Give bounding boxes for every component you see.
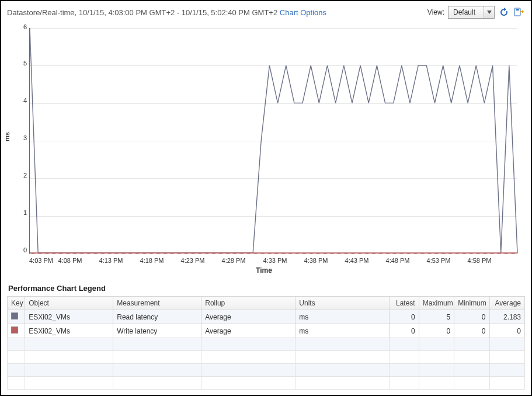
x-tick: 4:43 PM — [345, 257, 369, 264]
plot-area — [29, 28, 517, 253]
col-latest[interactable]: Latest — [390, 297, 419, 310]
chart-lines — [30, 28, 517, 253]
table-row[interactable]: ESXi02_VMsRead latencyAveragems0502.183 — [8, 310, 525, 324]
cell-measurement: Read latency — [113, 310, 201, 324]
y-tick: 6 — [16, 23, 27, 30]
title-block: Datastore/Real-time, 10/1/15, 4:03:00 PM… — [7, 8, 326, 17]
performance-chart-panel: Datastore/Real-time, 10/1/15, 4:03:00 PM… — [0, 0, 532, 396]
table-row[interactable]: ESXi02_VMsWrite latencyAveragems0000 — [8, 324, 525, 338]
cell-rollup: Average — [201, 310, 295, 324]
x-tick: 4:58 PM — [468, 257, 492, 264]
cell-object: ESXi02_VMs — [25, 310, 113, 324]
col-object[interactable]: Object — [25, 297, 113, 310]
y-tick: 5 — [16, 60, 27, 67]
chart-options-link[interactable]: Chart Options — [280, 8, 326, 17]
cell-latest: 0 — [390, 310, 419, 324]
cell-minimum: 0 — [454, 324, 489, 338]
col-key[interactable]: Key — [8, 297, 25, 310]
x-tick: 4:18 PM — [140, 257, 164, 264]
zero-line — [29, 253, 517, 254]
y-tick: 4 — [16, 97, 27, 104]
y-tick: 0 — [16, 246, 27, 253]
cell-minimum: 0 — [454, 310, 489, 324]
x-tick: 4:48 PM — [386, 257, 410, 264]
cell-maximum: 5 — [419, 310, 454, 324]
col-units[interactable]: Units — [295, 297, 390, 310]
y-axis-label: ms — [4, 132, 11, 141]
cell-average: 2.183 — [489, 310, 524, 324]
cell-units: ms — [295, 310, 390, 324]
view-select[interactable]: Default — [448, 6, 495, 19]
cell-units: ms — [295, 324, 390, 338]
view-label: View: — [427, 8, 444, 16]
legend-swatch — [8, 310, 25, 324]
cell-object: ESXi02_VMs — [25, 324, 113, 338]
refresh-icon[interactable] — [498, 6, 510, 18]
legend-title: Performance Chart Legend — [8, 284, 525, 293]
cell-latest: 0 — [390, 324, 419, 338]
view-select-value: Default — [448, 6, 484, 18]
chevron-down-icon — [484, 6, 494, 18]
table-row — [8, 338, 525, 351]
y-tick: 2 — [16, 172, 27, 179]
cell-average: 0 — [489, 324, 524, 338]
col-maximum[interactable]: Maximum — [419, 297, 454, 310]
x-tick: 4:38 PM — [304, 257, 328, 264]
table-row — [8, 377, 525, 390]
legend-swatch — [8, 324, 25, 338]
col-average[interactable]: Average — [489, 297, 524, 310]
header-row: Datastore/Real-time, 10/1/15, 4:03:00 PM… — [7, 5, 525, 22]
cell-rollup: Average — [201, 324, 295, 338]
view-controls: View: Default — [427, 6, 525, 19]
chart-area: ms 0 1 2 3 4 5 6 4:03 PM 4:08 PM 4:13 PM… — [7, 25, 521, 276]
svg-rect-2 — [516, 11, 519, 11]
export-icon[interactable] — [513, 6, 525, 18]
x-tick: 4:23 PM — [181, 257, 205, 264]
chart-title: Datastore/Real-time, 10/1/15, 4:03:00 PM… — [7, 8, 277, 17]
y-tick: 3 — [16, 134, 27, 141]
legend-table: Key Object Measurement Rollup Units Late… — [7, 296, 525, 390]
table-row — [8, 364, 525, 377]
x-tick: 4:03 PM — [29, 257, 53, 264]
table-row — [8, 351, 525, 364]
cell-measurement: Write latency — [113, 324, 201, 338]
x-tick: 4:53 PM — [427, 257, 451, 264]
x-tick: 4:08 PM — [58, 257, 82, 264]
svg-rect-1 — [516, 9, 519, 10]
col-rollup[interactable]: Rollup — [201, 297, 295, 310]
col-minimum[interactable]: Minimum — [454, 297, 489, 310]
legend-header-row: Key Object Measurement Rollup Units Late… — [8, 297, 525, 310]
y-tick: 1 — [16, 209, 27, 216]
col-measurement[interactable]: Measurement — [113, 297, 201, 310]
x-tick: 4:28 PM — [222, 257, 246, 264]
cell-maximum: 0 — [419, 324, 454, 338]
x-tick: 4:13 PM — [99, 257, 123, 264]
x-tick: 4:33 PM — [263, 257, 287, 264]
x-axis-label: Time — [7, 266, 521, 275]
svg-rect-0 — [514, 8, 520, 16]
